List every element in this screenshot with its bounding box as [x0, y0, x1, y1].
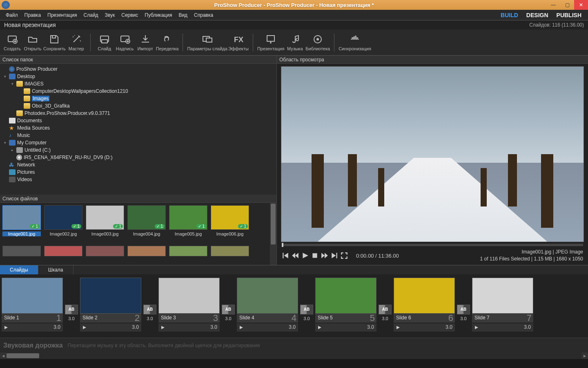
file-thumb[interactable]: ✓ 1Image003.jpg: [86, 205, 124, 242]
toolbar-slideopts[interactable]: Параметры слайда: [187, 31, 227, 54]
slide-play-icon[interactable]: [80, 323, 89, 332]
toolbar-slide[interactable]: Слайд: [95, 31, 114, 54]
tree-node-12[interactable]: IR5_CENA_X64FREV_RU-RU_DV9 (D:): [0, 154, 276, 161]
transition[interactable]: AB3.0: [221, 289, 235, 336]
toolbar-create[interactable]: Создать: [2, 31, 22, 54]
file-thumb[interactable]: ✓ 1Image001.jpg: [2, 205, 41, 242]
scroll-left-icon[interactable]: ◂: [0, 352, 7, 359]
file-thumb[interactable]: [169, 246, 207, 263]
tree-node-11[interactable]: ▸Untitled (C:): [0, 146, 276, 154]
expand-icon[interactable]: ▸: [10, 148, 15, 152]
slide-duration[interactable]: 3.0: [167, 323, 220, 332]
timeline-slide[interactable]: Slide 113.0: [2, 278, 63, 336]
transition-duration[interactable]: 3.0: [68, 316, 74, 321]
slide-duration[interactable]: 3.0: [324, 323, 376, 332]
last-icon[interactable]: [331, 252, 338, 259]
preview-image[interactable]: [281, 66, 584, 242]
file-thumb[interactable]: [44, 246, 82, 263]
toolbar-remix[interactable]: Переделка: [156, 31, 179, 54]
slide-duration[interactable]: 3.0: [11, 323, 63, 332]
toolbar-library[interactable]: Библиотека: [305, 31, 330, 54]
slide-play-icon[interactable]: [472, 323, 481, 332]
maximize-button[interactable]: ▢: [560, 0, 574, 10]
slide-play-icon[interactable]: [394, 323, 403, 332]
transition[interactable]: AB3.0: [143, 289, 157, 336]
menu-3[interactable]: Слайд: [80, 10, 102, 20]
timeline-slide[interactable]: Slide 443.0: [237, 278, 298, 336]
transition[interactable]: AB3.0: [457, 289, 470, 336]
audio-track[interactable]: Звуковая дорожка Перетащите музыку в эту…: [0, 338, 588, 352]
expand-icon[interactable]: ▾: [2, 141, 7, 145]
timeline-scrollbar[interactable]: ◂ ▸: [0, 352, 588, 359]
transition-icon[interactable]: AB: [300, 305, 313, 314]
toolbar-caption[interactable]: Надпись: [115, 31, 135, 54]
file-thumb[interactable]: ✓ 1Image002.jpg: [44, 205, 82, 242]
close-button[interactable]: ✕: [574, 0, 588, 10]
tree-node-3[interactable]: ComputerDesktopWallpapersCollection1210: [0, 88, 276, 95]
slide-play-icon[interactable]: [237, 323, 246, 332]
slide-play-icon[interactable]: [158, 323, 167, 332]
expand-icon[interactable]: ▾: [2, 74, 7, 79]
menu-1[interactable]: Правка: [21, 10, 45, 20]
menu-5[interactable]: Сервис: [118, 10, 141, 20]
tree-node-4[interactable]: Images: [0, 95, 276, 102]
file-thumb[interactable]: [86, 246, 124, 263]
mode-publish[interactable]: PUBLISH: [552, 12, 586, 18]
tree-node-1[interactable]: ▾Desktop: [0, 73, 276, 80]
slide-play-icon[interactable]: [315, 323, 324, 332]
fullscreen-icon[interactable]: [341, 252, 348, 259]
timeline-slide[interactable]: Slide 663.0: [394, 278, 455, 336]
folder-tree[interactable]: ProShow Producer▾Desktop▾IMAGESComputerD…: [0, 64, 276, 195]
first-icon[interactable]: [282, 252, 289, 259]
file-thumb[interactable]: ✓ 1Image004.jpg: [127, 205, 166, 242]
transition-icon[interactable]: AB: [65, 305, 78, 314]
menu-2[interactable]: Презентация: [44, 10, 80, 20]
tree-node-6[interactable]: Photodex.ProShow.Producer.v9.0.3771: [0, 110, 276, 117]
file-thumb[interactable]: [211, 246, 249, 263]
tree-node-10[interactable]: ▾My Computer: [0, 139, 276, 146]
slide-duration[interactable]: 3.0: [246, 323, 298, 332]
tree-node-13[interactable]: 🖧Network: [0, 161, 276, 168]
tree-node-2[interactable]: ▾IMAGES: [0, 80, 276, 88]
scroll-right-icon[interactable]: ▸: [581, 352, 588, 359]
slides-strip[interactable]: Slide 113.0AB3.0Slide 223.0AB3.0Slide 33…: [0, 274, 588, 338]
mode-design[interactable]: DESIGN: [522, 12, 552, 18]
tree-node-5[interactable]: Oboi_3D_Grafika: [0, 102, 276, 110]
slide-duration[interactable]: 3.0: [481, 323, 533, 332]
tree-node-7[interactable]: Documents: [0, 117, 276, 124]
next-icon[interactable]: [321, 252, 328, 259]
transition-icon[interactable]: AB: [379, 305, 392, 314]
file-thumb[interactable]: ✓ 1Image005.jpg: [169, 205, 207, 242]
slide-duration[interactable]: 3.0: [403, 323, 455, 332]
tree-node-8[interactable]: ★Media Sources: [0, 124, 276, 132]
timeline-slide[interactable]: Slide 333.0: [158, 278, 220, 336]
menu-4[interactable]: Звук: [102, 10, 118, 20]
toolbar-sync[interactable]: Синхронизация: [339, 31, 371, 54]
transition-icon[interactable]: AB: [143, 305, 156, 314]
transition-duration[interactable]: 3.0: [147, 316, 153, 321]
mode-build[interactable]: BUILD: [497, 12, 522, 18]
timeline-slide[interactable]: Slide 773.0: [472, 278, 533, 336]
toolbar-wizard[interactable]: Мастер: [67, 31, 86, 54]
play-icon[interactable]: [301, 252, 309, 259]
tree-node-0[interactable]: ProShow Producer: [0, 65, 276, 73]
toolbar-show[interactable]: Презентация: [257, 31, 284, 54]
transition[interactable]: AB3.0: [300, 289, 314, 336]
stop-icon[interactable]: [311, 252, 318, 259]
transition-duration[interactable]: 3.0: [303, 316, 310, 321]
menu-0[interactable]: Файл: [2, 10, 21, 20]
timeline-slide[interactable]: Slide 223.0: [80, 278, 141, 336]
prev-icon[interactable]: [292, 252, 299, 259]
menu-6[interactable]: Публикация: [141, 10, 175, 20]
tab-slides[interactable]: Слайды: [0, 265, 38, 274]
thumbs-scrollbar[interactable]: [270, 203, 276, 265]
minimize-button[interactable]: —: [546, 0, 560, 10]
toolbar-import[interactable]: Импорт: [136, 31, 155, 54]
toolbar-open[interactable]: Открыть: [23, 31, 42, 54]
tree-node-15[interactable]: Videos: [0, 176, 276, 183]
file-thumb[interactable]: [2, 246, 41, 263]
file-thumb[interactable]: ✓ 1Image006.jpg: [211, 205, 249, 242]
file-thumb[interactable]: [127, 246, 166, 263]
toolbar-fx[interactable]: FXЭффекты: [228, 31, 249, 54]
transition-duration[interactable]: 3.0: [225, 316, 231, 321]
